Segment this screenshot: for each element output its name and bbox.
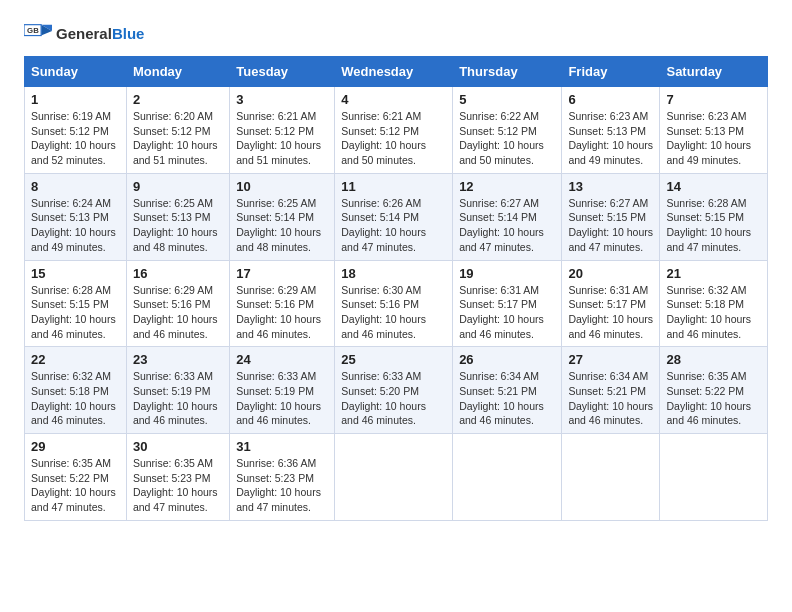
day-info: Sunrise: 6:29 AMSunset: 5:16 PMDaylight:… [236,284,321,340]
logo: GB GeneralBlue [24,20,144,48]
column-header-wednesday: Wednesday [335,57,453,87]
day-info: Sunrise: 6:30 AMSunset: 5:16 PMDaylight:… [341,284,426,340]
day-info: Sunrise: 6:25 AMSunset: 5:14 PMDaylight:… [236,197,321,253]
calendar-cell: 29 Sunrise: 6:35 AMSunset: 5:22 PMDaylig… [25,434,127,521]
column-header-sunday: Sunday [25,57,127,87]
day-info: Sunrise: 6:32 AMSunset: 5:18 PMDaylight:… [31,370,116,426]
svg-text:GB: GB [27,26,39,35]
day-number: 13 [568,179,653,194]
week-row-4: 22 Sunrise: 6:32 AMSunset: 5:18 PMDaylig… [25,347,768,434]
calendar-cell: 7 Sunrise: 6:23 AMSunset: 5:13 PMDayligh… [660,87,768,174]
calendar-cell: 17 Sunrise: 6:29 AMSunset: 5:16 PMDaylig… [230,260,335,347]
calendar-cell: 2 Sunrise: 6:20 AMSunset: 5:12 PMDayligh… [126,87,229,174]
day-number: 9 [133,179,223,194]
day-number: 29 [31,439,120,454]
calendar-cell: 19 Sunrise: 6:31 AMSunset: 5:17 PMDaylig… [453,260,562,347]
calendar-cell: 3 Sunrise: 6:21 AMSunset: 5:12 PMDayligh… [230,87,335,174]
day-number: 4 [341,92,446,107]
day-info: Sunrise: 6:33 AMSunset: 5:20 PMDaylight:… [341,370,426,426]
day-number: 23 [133,352,223,367]
calendar-cell: 16 Sunrise: 6:29 AMSunset: 5:16 PMDaylig… [126,260,229,347]
day-info: Sunrise: 6:35 AMSunset: 5:23 PMDaylight:… [133,457,218,513]
calendar-cell: 15 Sunrise: 6:28 AMSunset: 5:15 PMDaylig… [25,260,127,347]
calendar-cell: 12 Sunrise: 6:27 AMSunset: 5:14 PMDaylig… [453,173,562,260]
calendar-cell: 21 Sunrise: 6:32 AMSunset: 5:18 PMDaylig… [660,260,768,347]
day-number: 2 [133,92,223,107]
day-number: 28 [666,352,761,367]
calendar-cell [660,434,768,521]
day-number: 25 [341,352,446,367]
day-number: 31 [236,439,328,454]
week-row-2: 8 Sunrise: 6:24 AMSunset: 5:13 PMDayligh… [25,173,768,260]
day-info: Sunrise: 6:36 AMSunset: 5:23 PMDaylight:… [236,457,321,513]
day-info: Sunrise: 6:28 AMSunset: 5:15 PMDaylight:… [666,197,751,253]
calendar-cell: 10 Sunrise: 6:25 AMSunset: 5:14 PMDaylig… [230,173,335,260]
day-number: 11 [341,179,446,194]
day-info: Sunrise: 6:21 AMSunset: 5:12 PMDaylight:… [341,110,426,166]
calendar-cell: 22 Sunrise: 6:32 AMSunset: 5:18 PMDaylig… [25,347,127,434]
day-number: 20 [568,266,653,281]
day-number: 12 [459,179,555,194]
column-header-thursday: Thursday [453,57,562,87]
calendar-cell [335,434,453,521]
calendar-cell: 30 Sunrise: 6:35 AMSunset: 5:23 PMDaylig… [126,434,229,521]
day-number: 3 [236,92,328,107]
logo-icon: GB [24,20,52,48]
column-header-saturday: Saturday [660,57,768,87]
calendar-cell: 6 Sunrise: 6:23 AMSunset: 5:13 PMDayligh… [562,87,660,174]
day-number: 16 [133,266,223,281]
day-info: Sunrise: 6:27 AMSunset: 5:15 PMDaylight:… [568,197,653,253]
calendar-cell: 20 Sunrise: 6:31 AMSunset: 5:17 PMDaylig… [562,260,660,347]
calendar-cell: 23 Sunrise: 6:33 AMSunset: 5:19 PMDaylig… [126,347,229,434]
day-number: 7 [666,92,761,107]
calendar-cell: 26 Sunrise: 6:34 AMSunset: 5:21 PMDaylig… [453,347,562,434]
day-info: Sunrise: 6:28 AMSunset: 5:15 PMDaylight:… [31,284,116,340]
day-number: 17 [236,266,328,281]
day-number: 21 [666,266,761,281]
day-info: Sunrise: 6:34 AMSunset: 5:21 PMDaylight:… [568,370,653,426]
day-info: Sunrise: 6:29 AMSunset: 5:16 PMDaylight:… [133,284,218,340]
calendar-cell: 28 Sunrise: 6:35 AMSunset: 5:22 PMDaylig… [660,347,768,434]
day-number: 10 [236,179,328,194]
day-number: 24 [236,352,328,367]
day-info: Sunrise: 6:35 AMSunset: 5:22 PMDaylight:… [31,457,116,513]
day-info: Sunrise: 6:31 AMSunset: 5:17 PMDaylight:… [459,284,544,340]
day-info: Sunrise: 6:27 AMSunset: 5:14 PMDaylight:… [459,197,544,253]
calendar-cell: 1 Sunrise: 6:19 AMSunset: 5:12 PMDayligh… [25,87,127,174]
calendar-cell [453,434,562,521]
day-info: Sunrise: 6:26 AMSunset: 5:14 PMDaylight:… [341,197,426,253]
day-info: Sunrise: 6:21 AMSunset: 5:12 PMDaylight:… [236,110,321,166]
day-info: Sunrise: 6:23 AMSunset: 5:13 PMDaylight:… [568,110,653,166]
day-number: 19 [459,266,555,281]
day-info: Sunrise: 6:24 AMSunset: 5:13 PMDaylight:… [31,197,116,253]
day-info: Sunrise: 6:35 AMSunset: 5:22 PMDaylight:… [666,370,751,426]
day-number: 18 [341,266,446,281]
calendar-cell: 18 Sunrise: 6:30 AMSunset: 5:16 PMDaylig… [335,260,453,347]
page-header: GB GeneralBlue [24,20,768,48]
day-number: 26 [459,352,555,367]
day-number: 14 [666,179,761,194]
calendar-cell: 27 Sunrise: 6:34 AMSunset: 5:21 PMDaylig… [562,347,660,434]
calendar-cell: 8 Sunrise: 6:24 AMSunset: 5:13 PMDayligh… [25,173,127,260]
day-info: Sunrise: 6:23 AMSunset: 5:13 PMDaylight:… [666,110,751,166]
calendar-cell: 9 Sunrise: 6:25 AMSunset: 5:13 PMDayligh… [126,173,229,260]
day-info: Sunrise: 6:31 AMSunset: 5:17 PMDaylight:… [568,284,653,340]
week-row-1: 1 Sunrise: 6:19 AMSunset: 5:12 PMDayligh… [25,87,768,174]
week-row-5: 29 Sunrise: 6:35 AMSunset: 5:22 PMDaylig… [25,434,768,521]
day-info: Sunrise: 6:20 AMSunset: 5:12 PMDaylight:… [133,110,218,166]
day-info: Sunrise: 6:34 AMSunset: 5:21 PMDaylight:… [459,370,544,426]
day-number: 22 [31,352,120,367]
day-info: Sunrise: 6:25 AMSunset: 5:13 PMDaylight:… [133,197,218,253]
calendar-cell: 25 Sunrise: 6:33 AMSunset: 5:20 PMDaylig… [335,347,453,434]
day-info: Sunrise: 6:22 AMSunset: 5:12 PMDaylight:… [459,110,544,166]
calendar-cell: 14 Sunrise: 6:28 AMSunset: 5:15 PMDaylig… [660,173,768,260]
logo-text: GeneralBlue [56,25,144,43]
calendar-cell: 5 Sunrise: 6:22 AMSunset: 5:12 PMDayligh… [453,87,562,174]
day-info: Sunrise: 6:33 AMSunset: 5:19 PMDaylight:… [133,370,218,426]
day-number: 5 [459,92,555,107]
calendar-cell: 4 Sunrise: 6:21 AMSunset: 5:12 PMDayligh… [335,87,453,174]
day-info: Sunrise: 6:32 AMSunset: 5:18 PMDaylight:… [666,284,751,340]
calendar-cell: 24 Sunrise: 6:33 AMSunset: 5:19 PMDaylig… [230,347,335,434]
day-number: 8 [31,179,120,194]
day-number: 1 [31,92,120,107]
